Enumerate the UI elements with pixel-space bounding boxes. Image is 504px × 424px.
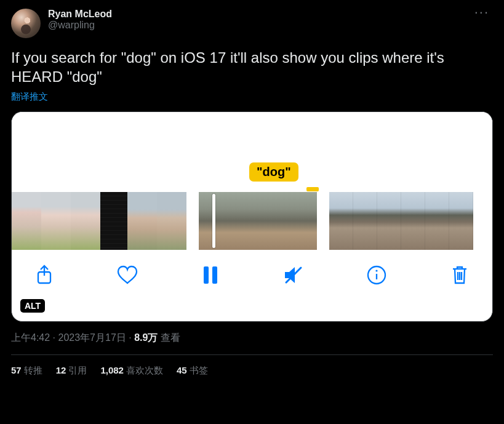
media-attachment[interactable]: "dog"	[11, 111, 493, 322]
clip-frame	[353, 192, 377, 250]
timeline-marker	[306, 187, 319, 191]
mute-button[interactable]	[282, 263, 305, 287]
clip-frame	[71, 192, 100, 250]
svg-point-5	[375, 270, 377, 271]
clip-frame	[377, 192, 401, 250]
translate-link[interactable]: 翻译推文	[11, 91, 493, 103]
quotes-stat[interactable]: 12引用	[56, 365, 87, 377]
author-block[interactable]: Ryan McLeod @warpling	[48, 9, 471, 31]
bookmarks-stat[interactable]: 45书签	[177, 365, 208, 377]
search-tag: "dog"	[249, 162, 298, 182]
tweet: Ryan McLeod @warpling ··· If you search …	[0, 0, 504, 386]
clip-group	[199, 192, 317, 250]
tweet-stats: 57转推 12引用 1,082喜欢次数 45书签	[11, 355, 493, 386]
more-button[interactable]: ···	[471, 9, 493, 16]
avatar[interactable]	[11, 9, 41, 38]
svg-rect-2	[212, 266, 217, 284]
info-button[interactable]	[365, 263, 388, 287]
clip-frame	[449, 192, 473, 250]
time[interactable]: 上午4:42	[11, 332, 50, 343]
clip-group	[12, 192, 186, 250]
pause-button[interactable]	[199, 263, 222, 287]
playhead[interactable]	[212, 194, 215, 248]
clip-frame	[401, 192, 425, 250]
clip-frame	[287, 192, 317, 250]
handle: @warpling	[48, 20, 471, 31]
likes-stat[interactable]: 1,082喜欢次数	[100, 365, 163, 377]
share-button[interactable]	[33, 263, 56, 287]
date[interactable]: 2023年7月17日	[58, 332, 126, 343]
clip-frame	[258, 192, 287, 250]
clip-frame	[12, 192, 41, 250]
tweet-header: Ryan McLeod @warpling ···	[11, 9, 493, 38]
clip-frame	[100, 192, 127, 250]
heart-button[interactable]	[116, 263, 139, 287]
tweet-meta: 上午4:42 · 2023年7月17日 · 8.9万 查看	[11, 332, 493, 345]
clip-frame	[425, 192, 449, 250]
tweet-text: If you search for "dog" on iOS 17 it'll …	[11, 48, 493, 86]
clip-frame	[157, 192, 186, 250]
trash-button[interactable]	[448, 263, 471, 287]
retweets-stat[interactable]: 57转推	[11, 365, 42, 377]
media-header: "dog"	[12, 112, 492, 192]
clip-frame	[329, 192, 353, 250]
clip-group	[329, 192, 473, 250]
clip-timeline	[12, 192, 492, 250]
clip-frame	[127, 192, 157, 250]
display-name: Ryan McLeod	[48, 9, 471, 20]
clip-frame	[41, 192, 71, 250]
media-toolbar	[12, 250, 492, 287]
svg-rect-1	[204, 266, 209, 284]
views-label: 查看	[158, 332, 180, 343]
alt-badge[interactable]: ALT	[20, 299, 45, 313]
clip-frame	[228, 192, 258, 250]
views-count: 8.9万	[134, 332, 158, 343]
